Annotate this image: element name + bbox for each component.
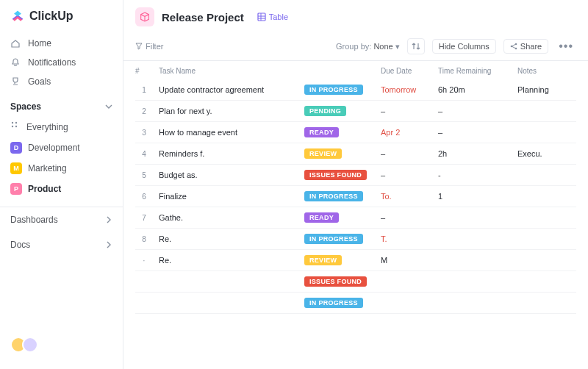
table-row[interactable]: 7Gathe.READY– <box>135 207 576 229</box>
avatar <box>22 337 38 353</box>
status-cell[interactable]: IN PROGRESS <box>304 234 375 244</box>
col-index[interactable]: # <box>135 67 153 75</box>
col-task-name[interactable]: Task Name <box>159 67 298 75</box>
link-docs[interactable]: Docs <box>0 232 123 257</box>
status-cell[interactable]: READY <box>304 127 375 137</box>
time-remaining-cell[interactable]: – <box>438 107 512 115</box>
task-name-cell[interactable]: Reminders f. <box>159 149 298 158</box>
sort-icon <box>412 42 420 51</box>
table-row[interactable]: 1Update contractor agreementIN PROGRESST… <box>135 79 576 101</box>
svg-point-2 <box>12 126 13 127</box>
table-row[interactable]: IN PROGRESS <box>135 293 576 314</box>
status-cell[interactable]: ISSUES FOUND <box>304 170 375 180</box>
clickup-logo-icon <box>10 9 25 24</box>
space-label: Development <box>28 143 80 153</box>
due-date-cell[interactable]: – <box>381 107 432 115</box>
task-name-cell[interactable]: Gathe. <box>159 213 298 222</box>
col-time-remaining[interactable]: Time Remaining <box>438 67 512 75</box>
time-remaining-cell[interactable]: – <box>438 128 512 137</box>
table-row[interactable]: 4Reminders f.REVIEW–2hExecu. <box>135 143 576 165</box>
task-name-cell[interactable]: Re. <box>159 234 298 243</box>
due-date-cell[interactable]: M <box>381 256 432 265</box>
notes-cell[interactable]: Execu. <box>517 149 569 158</box>
time-remaining-cell[interactable]: 6h 20m <box>438 85 512 94</box>
table-row[interactable]: 2Plan for next y.PENDING–– <box>135 101 576 122</box>
cube-icon <box>139 11 151 23</box>
status-cell[interactable]: IN PROGRESS <box>304 85 375 95</box>
project-title: Release Project <box>162 11 244 24</box>
link-label: Dashboards <box>10 215 58 225</box>
group-by-control[interactable]: Group by: None ▾ <box>336 42 400 51</box>
status-cell[interactable]: READY <box>304 212 375 223</box>
nav-home[interactable]: Home <box>0 34 123 53</box>
table-row[interactable]: 8Re.IN PROGRESST. <box>135 229 576 250</box>
task-name-cell[interactable]: Update contractor agreement <box>159 85 298 94</box>
trophy-icon <box>10 76 21 87</box>
task-name-cell[interactable]: Budget as. <box>159 171 298 179</box>
status-cell[interactable]: IN PROGRESS <box>304 298 375 308</box>
due-date-cell[interactable]: To. <box>381 192 432 201</box>
table-row[interactable]: ·Re.REVIEWM <box>135 250 576 271</box>
sidebar: ClickUp HomeNotificationsGoals Spaces Ev… <box>0 0 123 369</box>
status-badge: ISSUES FOUND <box>304 170 367 180</box>
more-options-button[interactable]: ••• <box>556 40 576 53</box>
space-label: Product <box>28 184 61 194</box>
chevron-right-icon <box>105 216 112 223</box>
nav-notifications[interactable]: Notifications <box>0 53 123 72</box>
spaces-header[interactable]: Spaces <box>0 91 123 116</box>
share-icon <box>510 43 517 50</box>
sort-button[interactable] <box>407 38 425 54</box>
col-due-date[interactable]: Due Date <box>381 67 432 75</box>
filter-button[interactable]: Filter <box>135 42 163 51</box>
nav-goals[interactable]: Goals <box>0 72 123 91</box>
status-badge: IN PROGRESS <box>304 191 363 201</box>
space-everything[interactable]: Everything <box>0 116 123 137</box>
time-remaining-cell[interactable]: 1 <box>438 192 512 201</box>
time-remaining-cell[interactable]: 2h <box>438 149 512 158</box>
table-row[interactable]: 6FinalizeIN PROGRESSTo.1 <box>135 186 576 207</box>
table-row[interactable]: 5Budget as.ISSUES FOUND–- <box>135 165 576 186</box>
row-index: 5 <box>135 171 153 179</box>
brand-logo[interactable]: ClickUp <box>0 9 123 34</box>
row-index: 7 <box>135 214 153 222</box>
status-cell[interactable]: IN PROGRESS <box>304 191 375 201</box>
status-badge: IN PROGRESS <box>304 298 363 308</box>
due-date-cell[interactable]: – <box>381 213 432 222</box>
due-date-cell[interactable]: T. <box>381 234 432 243</box>
filter-icon <box>135 43 143 50</box>
task-name-cell[interactable]: Finalize <box>159 192 298 201</box>
home-icon <box>10 38 21 49</box>
share-button[interactable]: Share <box>503 39 548 54</box>
due-date-cell[interactable]: Apr 2 <box>381 128 432 137</box>
hide-columns-button[interactable]: Hide Columns <box>432 39 496 54</box>
status-cell[interactable]: ISSUES FOUND <box>304 276 375 287</box>
notes-cell[interactable]: Planning <box>517 85 569 94</box>
space-product[interactable]: PProduct <box>0 179 123 199</box>
row-index: 6 <box>135 193 153 201</box>
table-row[interactable]: ISSUES FOUND <box>135 271 576 293</box>
svg-point-1 <box>15 122 17 123</box>
user-avatars[interactable] <box>0 329 123 360</box>
space-development[interactable]: DDevelopment <box>0 137 123 158</box>
project-header: Release Project Table <box>123 0 588 34</box>
task-name-cell[interactable]: How to manage event <box>159 128 298 137</box>
due-date-cell[interactable]: Tomorrow <box>381 85 432 94</box>
row-index: 8 <box>135 235 153 243</box>
view-tab-table[interactable]: Table <box>257 12 288 21</box>
status-cell[interactable]: REVIEW <box>304 148 375 159</box>
status-cell[interactable]: REVIEW <box>304 255 375 265</box>
everything-icon <box>10 121 21 133</box>
due-date-cell[interactable]: – <box>381 149 432 158</box>
link-dashboards[interactable]: Dashboards <box>0 207 123 232</box>
col-notes[interactable]: Notes <box>517 67 569 75</box>
space-color-icon: D <box>10 142 22 154</box>
status-badge: REVIEW <box>304 148 342 159</box>
task-name-cell[interactable]: Plan for next y. <box>159 107 298 115</box>
time-remaining-cell[interactable]: - <box>438 171 512 179</box>
table-row[interactable]: 3How to manage eventREADYApr 2– <box>135 122 576 143</box>
due-date-cell[interactable]: – <box>381 171 432 179</box>
nav-label: Notifications <box>28 57 76 68</box>
status-cell[interactable]: PENDING <box>304 106 375 116</box>
space-marketing[interactable]: MMarketing <box>0 158 123 179</box>
task-name-cell[interactable]: Re. <box>159 256 298 265</box>
